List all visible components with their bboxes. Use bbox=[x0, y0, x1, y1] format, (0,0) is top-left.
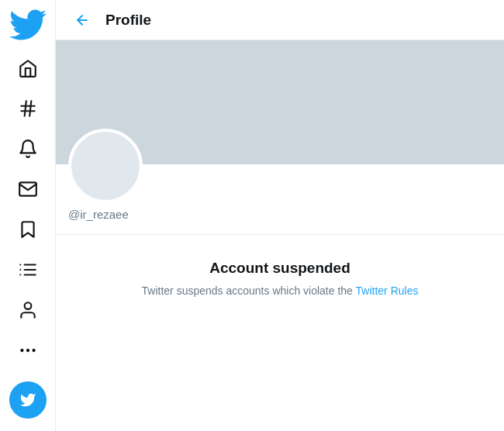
sidebar-item-profile[interactable] bbox=[9, 291, 47, 329]
header: Profile bbox=[56, 0, 504, 40]
avatar bbox=[68, 129, 143, 203]
twitter-rules-link[interactable]: Twitter Rules bbox=[356, 284, 419, 297]
tweet-fab-button[interactable] bbox=[9, 381, 47, 419]
main-content: Profile @ir_rezaee Account suspended Twi… bbox=[56, 0, 504, 431]
sidebar-item-notifications[interactable] bbox=[9, 130, 47, 167]
svg-point-12 bbox=[26, 349, 29, 352]
svg-line-3 bbox=[29, 101, 31, 116]
svg-line-2 bbox=[24, 101, 26, 116]
svg-point-13 bbox=[32, 349, 35, 352]
profile-banner bbox=[56, 40, 504, 164]
svg-point-10 bbox=[24, 302, 31, 309]
avatar-wrapper bbox=[68, 129, 143, 203]
profile-area: @ir_rezaee Account suspended Twitter sus… bbox=[56, 40, 504, 431]
username: @ir_rezaee bbox=[68, 208, 129, 221]
sidebar-item-bookmarks[interactable] bbox=[9, 211, 47, 248]
sidebar-item-explore[interactable] bbox=[9, 90, 47, 127]
back-button[interactable] bbox=[68, 6, 96, 34]
suspended-text-prefix: Twitter suspends accounts which violate … bbox=[142, 284, 356, 297]
suspended-notice: Account suspended Twitter suspends accou… bbox=[56, 235, 504, 324]
sidebar bbox=[0, 0, 56, 431]
suspended-title: Account suspended bbox=[68, 260, 492, 277]
sidebar-item-lists[interactable] bbox=[9, 251, 47, 288]
twitter-logo[interactable] bbox=[9, 6, 47, 43]
suspended-text: Twitter suspends accounts which violate … bbox=[68, 283, 492, 299]
sidebar-item-home[interactable] bbox=[9, 50, 47, 87]
sidebar-item-more[interactable] bbox=[9, 332, 47, 369]
sidebar-item-messages[interactable] bbox=[9, 171, 47, 208]
svg-point-11 bbox=[20, 349, 23, 352]
page-title: Profile bbox=[105, 12, 151, 29]
